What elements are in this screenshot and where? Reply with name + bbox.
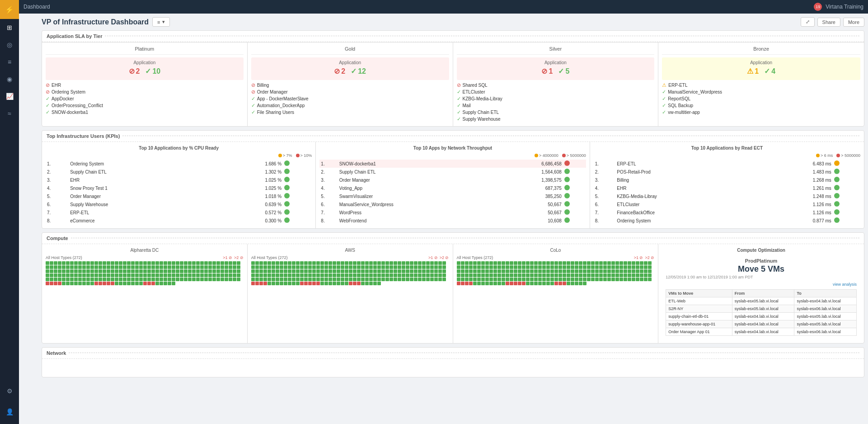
vm-dot bbox=[225, 261, 228, 265]
kpi-rank: 4. bbox=[594, 184, 616, 192]
kpi-row: 6. Supply Warehouse 0.639 % bbox=[46, 200, 312, 208]
vm-dot bbox=[192, 273, 196, 277]
app-item: ✓ Supply Chain ETL bbox=[457, 109, 655, 116]
kpi-status bbox=[563, 208, 586, 217]
vm-dot bbox=[398, 273, 401, 277]
vm-dot bbox=[259, 278, 263, 281]
vm-error-legend: >1 ⊘ bbox=[223, 255, 232, 260]
vm-dot bbox=[74, 261, 78, 265]
vm-dot bbox=[530, 278, 534, 281]
sidebar-logo: ⚡ bbox=[0, 0, 19, 19]
vm-dot bbox=[575, 265, 578, 269]
vm-dot bbox=[160, 261, 163, 265]
app-name: vw-multitier-app bbox=[668, 110, 700, 115]
vm-dot bbox=[143, 265, 147, 269]
kpi-app-name: EHR bbox=[615, 184, 760, 192]
vm-dot bbox=[82, 265, 86, 269]
vm-dot bbox=[599, 278, 603, 281]
vm-dot bbox=[50, 273, 53, 277]
vm-dot bbox=[123, 265, 127, 269]
vm-dot bbox=[119, 261, 122, 265]
vm-dot bbox=[208, 261, 212, 265]
vm-dot bbox=[328, 269, 332, 273]
kpi-app-name: ERP-ETL bbox=[69, 208, 214, 217]
vm-dot bbox=[292, 269, 296, 273]
sidebar-item-overview[interactable]: ◎ bbox=[0, 36, 19, 53]
vm-dot bbox=[184, 278, 188, 281]
kpi-value: 0.572 % bbox=[214, 208, 283, 217]
vm-dot bbox=[200, 269, 204, 273]
vm-dot bbox=[426, 278, 430, 281]
vm-dot bbox=[328, 265, 332, 269]
vm-dot bbox=[251, 265, 255, 269]
sidebar-item-settings[interactable]: ⚙ bbox=[0, 382, 19, 400]
vm-dot bbox=[349, 273, 352, 277]
vm-grid-container: All Host Types (272) >1 ⊘ >2 ⊘ bbox=[457, 255, 655, 285]
list-icon: ≡ bbox=[8, 58, 11, 66]
vm-dot bbox=[86, 278, 90, 281]
more-button[interactable]: More bbox=[843, 18, 864, 27]
vm-dot bbox=[369, 273, 373, 277]
expand-button[interactable]: ⤢ bbox=[801, 17, 815, 27]
vm-dot bbox=[510, 265, 513, 269]
sidebar-item-dashboard[interactable]: ⊞ bbox=[0, 19, 19, 36]
vm-dot bbox=[188, 261, 192, 265]
vm-dot bbox=[255, 282, 259, 285]
vm-dot bbox=[518, 273, 521, 277]
vm-dot bbox=[481, 261, 485, 265]
kpi-app-name: WordPress bbox=[338, 208, 498, 217]
sidebar-item-reports[interactable]: ≈ bbox=[0, 105, 19, 122]
vm-dot bbox=[385, 273, 389, 277]
vm-dot bbox=[394, 265, 397, 269]
sidebar-item-list[interactable]: ≡ bbox=[0, 53, 19, 71]
vm-dot bbox=[74, 269, 78, 273]
vm-dot bbox=[469, 269, 473, 273]
vm-dot bbox=[74, 273, 78, 277]
vm-dot bbox=[510, 269, 513, 273]
vm-dot bbox=[422, 269, 426, 273]
view-analysis-link[interactable]: view analysis bbox=[666, 282, 857, 287]
vm-dot bbox=[284, 265, 287, 269]
sidebar-item-user[interactable]: 👤 bbox=[0, 403, 19, 420]
opt-vm-name: S2R-NY bbox=[666, 305, 732, 313]
vm-dot bbox=[538, 282, 542, 285]
vm-dot bbox=[357, 282, 361, 285]
sla-app-label: Application bbox=[665, 60, 858, 65]
app-name: Automation_DockerApp bbox=[257, 103, 305, 108]
vm-dot bbox=[595, 269, 599, 273]
vm-dot bbox=[579, 282, 582, 285]
kpi-value: 1.018 % bbox=[214, 192, 283, 200]
vm-dot bbox=[398, 269, 401, 273]
vm-dot bbox=[465, 273, 469, 277]
share-button[interactable]: Share bbox=[817, 18, 840, 27]
vm-dot bbox=[575, 278, 578, 281]
app-name: ETLCluster bbox=[463, 90, 485, 94]
vm-dot bbox=[127, 282, 131, 285]
vm-dot bbox=[506, 278, 509, 281]
vm-dot bbox=[94, 278, 98, 281]
kpi-legend: > 6 ms > 5000000 bbox=[594, 153, 860, 158]
vm-dot bbox=[510, 278, 513, 281]
sla-tier-name: Bronze bbox=[662, 46, 860, 55]
notification-badge[interactable]: 19 bbox=[814, 3, 822, 11]
dashboard-menu-button[interactable]: ≡ ▾ bbox=[152, 17, 169, 27]
vm-dot bbox=[481, 273, 485, 277]
vm-dot bbox=[233, 265, 236, 269]
vm-dot bbox=[221, 278, 224, 281]
vm-dot bbox=[563, 261, 566, 265]
sidebar-item-charts[interactable]: 📈 bbox=[0, 88, 19, 105]
vm-dot bbox=[410, 278, 413, 281]
kpi-panel-title: Top 10 Applications by % CPU Ready bbox=[46, 146, 312, 151]
vm-dot bbox=[284, 273, 287, 277]
vm-dot bbox=[288, 278, 291, 281]
sidebar-item-alerts[interactable]: ◉ bbox=[0, 71, 19, 88]
legend-item: > 6 ms bbox=[816, 153, 833, 158]
vm-dot bbox=[587, 261, 591, 265]
vm-dot bbox=[70, 273, 74, 277]
kpi-row: 4. Snow Proxy Test 1 1.025 % bbox=[46, 184, 312, 192]
vm-warn-legend: >2 ⊘ bbox=[440, 255, 449, 260]
vm-dot bbox=[442, 273, 446, 277]
vm-dot bbox=[373, 278, 377, 281]
vm-dot bbox=[284, 261, 287, 265]
vm-dot bbox=[414, 261, 418, 265]
